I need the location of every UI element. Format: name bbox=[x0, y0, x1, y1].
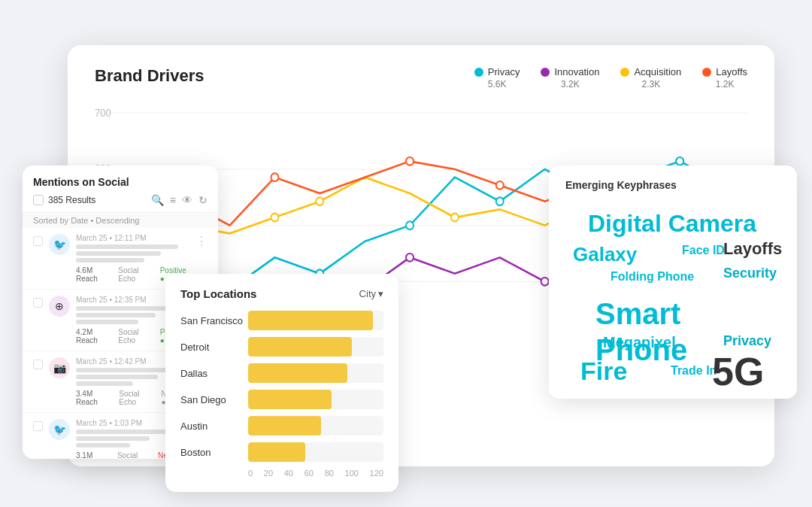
sort-label: Sorted by Date • Descending bbox=[23, 213, 218, 228]
mentions-title: Mentions on Social bbox=[33, 176, 208, 188]
legend-label: Innovation bbox=[554, 66, 599, 77]
bar-label-0: San Francisco bbox=[180, 315, 248, 326]
x-axis: 020406080100120 bbox=[180, 469, 383, 478]
svg-point-24 bbox=[316, 197, 323, 205]
svg-point-23 bbox=[271, 214, 278, 222]
legend-dot bbox=[541, 68, 550, 77]
mention-checkbox-2[interactable] bbox=[33, 298, 43, 308]
bar-label-3: San Diego bbox=[180, 394, 248, 405]
bar-row-3: San Diego bbox=[180, 390, 383, 409]
wc-word-8: Privacy bbox=[723, 333, 771, 350]
mention-reach-4: 3.1M Reach bbox=[76, 451, 111, 459]
legend-dot-row: Innovation bbox=[541, 66, 599, 77]
bar-track-3 bbox=[248, 390, 383, 409]
wc-word-4: Folding Phone bbox=[611, 269, 694, 284]
city-filter[interactable]: City ▾ bbox=[359, 288, 383, 299]
legend-dot bbox=[702, 68, 711, 77]
bar-track-2 bbox=[248, 363, 383, 383]
legend-dot-row: Layoffs bbox=[702, 66, 747, 77]
mention-checkbox-3[interactable] bbox=[33, 360, 43, 369]
legend-value: 5.6K bbox=[488, 79, 507, 90]
legend-dot-row: Privacy bbox=[474, 66, 520, 77]
bar-row-0: San Francisco bbox=[180, 311, 383, 330]
mentions-header: Mentions on Social 385 Results 🔍 ≡ 👁 ↻ bbox=[23, 165, 218, 213]
legend-dot bbox=[620, 68, 629, 77]
mention-reach-1: 4.6M Reach bbox=[76, 266, 112, 283]
bar-row-2: Dallas bbox=[180, 363, 383, 383]
mention-lines-1 bbox=[76, 244, 189, 263]
svg-point-11 bbox=[496, 197, 504, 205]
legend-item-privacy: Privacy 5.6K bbox=[474, 66, 520, 90]
mention-echo-3: Social Echo bbox=[119, 390, 155, 406]
legend-label: Acquisition bbox=[634, 66, 681, 77]
mention-reach-2: 4.2M Reach bbox=[76, 328, 112, 345]
bar-label-4: Austin bbox=[180, 420, 248, 432]
locations-panel: Top Locations City ▾ San Francisco Detro… bbox=[165, 274, 398, 492]
bar-track-4 bbox=[248, 416, 383, 436]
svg-point-10 bbox=[406, 221, 414, 229]
bar-fill-2 bbox=[248, 363, 347, 383]
legend: Privacy 5.6K Innovation 3.2K Acquisition… bbox=[474, 66, 747, 90]
bar-row-1: Detroit bbox=[180, 337, 383, 357]
wc-word-3: Layoffs bbox=[723, 239, 782, 259]
bar-fill-1 bbox=[248, 337, 352, 357]
legend-value: 3.2K bbox=[561, 79, 580, 90]
svg-point-17 bbox=[406, 254, 414, 262]
bar-label-1: Detroit bbox=[180, 342, 248, 353]
x-tick: 120 bbox=[370, 469, 383, 478]
card-header: Brand Drivers Privacy 5.6K Innovation 3.… bbox=[68, 45, 774, 90]
mention-reach-3: 3.4M Reach bbox=[76, 390, 113, 406]
locations-title: Top Locations bbox=[180, 287, 256, 300]
bar-track-0 bbox=[248, 311, 383, 330]
bar-fill-5 bbox=[248, 442, 305, 462]
wc-word-11: 5G bbox=[712, 348, 764, 395]
eye-icon[interactable]: 👁 bbox=[182, 194, 192, 206]
x-tick: 20 bbox=[264, 469, 273, 478]
wordcloud-content: Digital CameraGalaxyFace IDLayoffsFoldin… bbox=[565, 202, 780, 382]
bar-fill-0 bbox=[248, 311, 373, 330]
legend-item-layoffs: Layoffs 1.2K bbox=[702, 66, 747, 90]
wc-word-9: Fire bbox=[580, 356, 627, 387]
filter-icon[interactable]: ≡ bbox=[170, 194, 176, 206]
wordcloud-title: Emerging Keyphrases bbox=[565, 179, 780, 191]
mention-echo-4: Social Echo bbox=[117, 451, 152, 459]
mention-echo-2: Social Echo bbox=[118, 328, 153, 345]
wc-word-10: Trade In bbox=[671, 363, 717, 378]
wc-word-0: Digital Camera bbox=[588, 209, 756, 238]
x-tick: 60 bbox=[304, 469, 314, 478]
bar-fill-3 bbox=[248, 390, 332, 409]
bar-track-5 bbox=[248, 442, 383, 462]
mention-avatar-tiktok: ⊕ bbox=[49, 296, 70, 317]
bar-chart: San Francisco Detroit Dallas San Diego A… bbox=[180, 311, 383, 462]
refresh-icon[interactable]: ↻ bbox=[198, 194, 208, 206]
bar-track-1 bbox=[248, 337, 383, 357]
x-tick: 40 bbox=[284, 469, 293, 478]
mention-checkbox-1[interactable] bbox=[33, 236, 43, 246]
legend-value: 1.2K bbox=[716, 79, 735, 90]
legend-label: Layoffs bbox=[716, 66, 747, 77]
x-tick: 0 bbox=[248, 469, 253, 478]
legend-value: 2.3K bbox=[642, 79, 661, 90]
x-tick: 100 bbox=[345, 469, 359, 478]
bar-label-2: Dallas bbox=[180, 368, 248, 379]
svg-point-13 bbox=[676, 157, 683, 165]
toolbar-icons: 🔍 ≡ 👁 ↻ bbox=[151, 194, 208, 206]
mention-echo-1: Social Echo bbox=[118, 266, 153, 283]
svg-point-31 bbox=[406, 157, 414, 165]
card-title: Brand Drivers bbox=[95, 66, 205, 86]
svg-point-18 bbox=[541, 278, 549, 286]
search-icon[interactable]: 🔍 bbox=[151, 194, 164, 206]
mention-date-1: March 25 • 12:11 PM bbox=[76, 234, 189, 242]
mentions-toolbar: 385 Results 🔍 ≡ 👁 ↻ bbox=[33, 194, 208, 206]
select-all-checkbox[interactable] bbox=[33, 195, 44, 205]
mention-more-1[interactable]: ⋮ bbox=[195, 234, 208, 248]
wc-word-2: Face ID bbox=[682, 243, 725, 257]
legend-item-acquisition: Acquisition 2.3K bbox=[620, 66, 681, 90]
wc-word-7: Megapixel bbox=[603, 333, 676, 351]
legend-dot-row: Acquisition bbox=[620, 66, 681, 77]
bar-label-5: Boston bbox=[180, 447, 248, 458]
locations-header: Top Locations City ▾ bbox=[180, 287, 383, 300]
results-count: 385 Results bbox=[48, 195, 95, 205]
mention-checkbox-4[interactable] bbox=[33, 421, 43, 431]
legend-dot bbox=[474, 68, 483, 77]
